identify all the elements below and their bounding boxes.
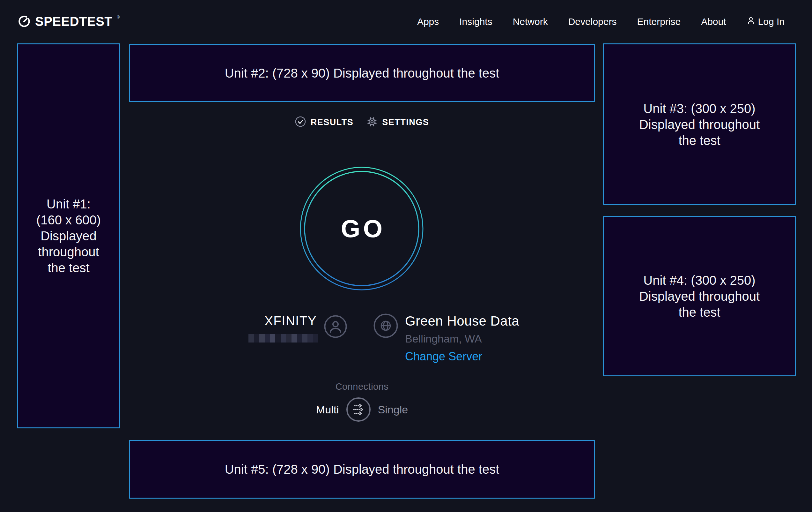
ad-unit-2: Unit #2: (728 x 90) Displayed throughout… xyxy=(129,44,595,102)
connections-toggle-row: Multi Single xyxy=(129,397,595,422)
view-tabs: RESULTS xyxy=(129,115,595,130)
go-label: GO xyxy=(299,166,424,291)
nav-item-about[interactable]: About xyxy=(701,16,726,27)
server-location: Bellingham, WA xyxy=(405,333,519,344)
gear-icon xyxy=(367,116,377,128)
tab-results-label: RESULTS xyxy=(311,117,354,127)
speedtest-page: SPEEDTEST ® Apps Insights Network Develo… xyxy=(0,0,812,512)
check-circle-icon xyxy=(295,116,306,128)
tab-settings[interactable]: SETTINGS xyxy=(367,116,429,128)
connections-toggle-icon[interactable] xyxy=(346,397,371,422)
ad-unit-1-label: Unit #1: (160 x 600) Displayed throughou… xyxy=(36,196,101,276)
nav-item-enterprise[interactable]: Enterprise xyxy=(637,16,680,27)
logo-trademark: ® xyxy=(117,15,120,20)
logo[interactable]: SPEEDTEST ® xyxy=(18,15,120,29)
connections-multi-label[interactable]: Multi xyxy=(316,403,339,416)
ad-unit-1: Unit #1: (160 x 600) Displayed throughou… xyxy=(17,44,120,428)
ad-unit-2-label: Unit #2: (728 x 90) Displayed throughout… xyxy=(225,65,499,81)
ad-unit-3: Unit #3: (300 x 250) Displayed throughou… xyxy=(603,44,796,205)
header: SPEEDTEST ® Apps Insights Network Develo… xyxy=(0,0,812,44)
ad-unit-4-label: Unit #4: (300 x 250) Displayed throughou… xyxy=(639,272,760,320)
redacted-ip xyxy=(249,334,318,343)
login-label: Log In xyxy=(758,16,785,27)
nav-item-apps[interactable]: Apps xyxy=(417,16,439,27)
ad-unit-4: Unit #4: (300 x 250) Displayed throughou… xyxy=(603,216,796,376)
speedtest-gauge-icon xyxy=(18,15,31,29)
server-name: Green House Data xyxy=(405,315,519,328)
nav-item-network[interactable]: Network xyxy=(513,16,548,27)
connections-title: Connections xyxy=(129,382,595,392)
ad-unit-3-label: Unit #3: (300 x 250) Displayed throughou… xyxy=(639,101,760,149)
isp-avatar-icon xyxy=(324,315,347,339)
go-button[interactable]: GO xyxy=(299,166,424,291)
ad-unit-5-label: Unit #5: (728 x 90) Displayed throughout… xyxy=(225,461,499,477)
main-nav: Apps Insights Network Developers Enterpr… xyxy=(417,16,785,27)
server-info: Green House Data Bellingham, WA Change S… xyxy=(405,315,519,362)
ad-unit-5: Unit #5: (728 x 90) Displayed throughout… xyxy=(129,440,595,498)
globe-icon xyxy=(374,314,398,339)
change-server-link[interactable]: Change Server xyxy=(405,351,519,362)
logo-wordmark: SPEEDTEST xyxy=(35,15,112,28)
tab-results[interactable]: RESULTS xyxy=(295,116,354,128)
nav-item-developers[interactable]: Developers xyxy=(568,16,617,27)
isp-name: XFINITY xyxy=(191,315,317,327)
nav-item-insights[interactable]: Insights xyxy=(459,16,492,27)
tab-settings-label: SETTINGS xyxy=(382,117,429,127)
login-button[interactable]: Log In xyxy=(747,16,785,27)
user-icon xyxy=(747,16,755,27)
connections-single-label[interactable]: Single xyxy=(378,403,408,416)
